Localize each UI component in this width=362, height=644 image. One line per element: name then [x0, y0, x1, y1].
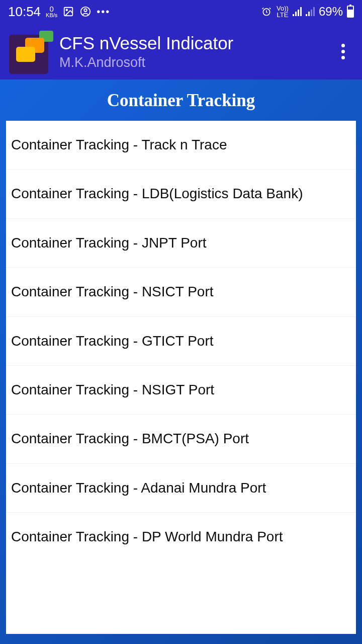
signal-bars-2-icon [306, 7, 315, 16]
list-item[interactable]: Container Tracking - Track n Trace [6, 121, 356, 170]
image-icon [62, 6, 74, 18]
overflow-menu-button[interactable] [333, 41, 353, 61]
status-left: 10:54 0 KB/s ••• [8, 4, 110, 20]
network-speed-value: 0 [50, 5, 54, 13]
battery-percentage: 69% [319, 5, 343, 19]
network-speed-indicator: 0 KB/s [46, 5, 57, 18]
list-item[interactable]: Container Tracking - JNPT Port [6, 219, 356, 268]
page-header: Container Tracking [0, 79, 362, 121]
list-item[interactable]: Container Tracking - NSIGT Port [6, 366, 356, 415]
person-icon [79, 6, 92, 18]
alarm-icon [260, 6, 273, 18]
svg-point-3 [84, 9, 87, 12]
list-item[interactable]: Container Tracking - BMCT(PSA) Port [6, 415, 356, 463]
app-title: CFS nVessel Indicator [59, 32, 333, 54]
app-titles: CFS nVessel Indicator M.K.Androsoft [59, 32, 333, 70]
app-subtitle: M.K.Androsoft [59, 54, 333, 70]
status-bar: 10:54 0 KB/s ••• Vo)) LTE 69% [0, 0, 362, 23]
volte-indicator: Vo)) LTE [277, 5, 289, 18]
network-speed-unit: KB/s [46, 13, 57, 18]
signal-bars-1-icon [293, 7, 302, 16]
app-logo-icon [9, 29, 54, 74]
page-title: Container Tracking [0, 91, 362, 111]
list-item[interactable]: Container Tracking - GTICT Port [6, 317, 356, 366]
battery-icon [347, 6, 354, 18]
list-item[interactable]: Container Tracking - LDB(Logistics Data … [6, 170, 356, 218]
list-item[interactable]: Container Tracking - NSICT Port [6, 268, 356, 316]
tracking-list: Container Tracking - Track n Trace Conta… [6, 121, 356, 634]
list-item[interactable]: Container Tracking - DP World Mundra Por… [6, 513, 356, 561]
status-right: Vo)) LTE 69% [260, 5, 354, 19]
app-bar: CFS nVessel Indicator M.K.Androsoft [0, 23, 362, 79]
more-notifications-icon: ••• [97, 6, 110, 18]
status-time: 10:54 [8, 4, 41, 20]
list-item[interactable]: Container Tracking - Adanai Mundra Port [6, 464, 356, 513]
svg-point-1 [66, 9, 68, 11]
volte-bottom: LTE [277, 12, 289, 18]
